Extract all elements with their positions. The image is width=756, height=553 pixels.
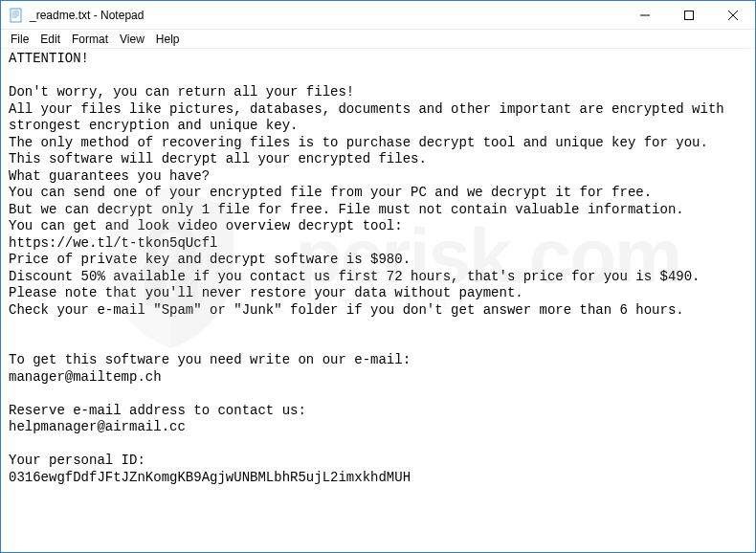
close-button[interactable] — [711, 1, 755, 29]
window-title: _readme.txt - Notepad — [30, 9, 623, 22]
notepad-window: _readme.txt - Notepad File Edit Format V… — [0, 0, 756, 553]
minimize-button[interactable] — [623, 1, 667, 29]
menu-file[interactable]: File — [5, 31, 34, 48]
menu-edit[interactable]: Edit — [34, 31, 66, 48]
text-area[interactable]: ATTENTION! Don't worry, you can return a… — [1, 49, 755, 552]
window-controls — [623, 1, 755, 29]
svg-rect-6 — [685, 11, 694, 19]
titlebar: _readme.txt - Notepad — [1, 1, 755, 30]
maximize-button[interactable] — [667, 1, 711, 29]
notepad-icon — [9, 8, 24, 23]
menubar: File Edit Format View Help — [1, 30, 755, 49]
menu-view[interactable]: View — [114, 31, 150, 48]
menu-format[interactable]: Format — [66, 31, 114, 48]
menu-help[interactable]: Help — [150, 31, 186, 48]
